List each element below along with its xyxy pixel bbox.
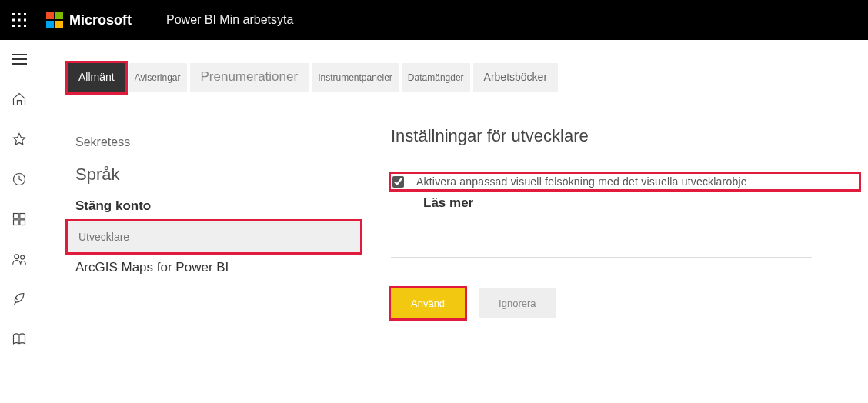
nav-home[interactable] <box>0 88 38 111</box>
tab-subscriptions[interactable]: Prenumerationer <box>190 63 309 92</box>
settings-tabs: Allmänt Aviseringar Prenumerationer Inst… <box>68 63 868 92</box>
nav-favorites[interactable] <box>0 128 38 151</box>
svg-rect-10 <box>13 214 18 219</box>
menu-toggle-button[interactable] <box>0 48 38 71</box>
svg-point-15 <box>20 255 24 259</box>
app-title: Power BI Min arbetsyta <box>159 13 293 27</box>
app-grid-icon <box>12 211 27 227</box>
section-developer[interactable]: Utvecklare <box>68 221 360 252</box>
section-language-heading: Språk <box>68 158 360 191</box>
svg-rect-5 <box>24 19 26 22</box>
app-launcher-icon[interactable] <box>0 0 38 40</box>
section-arcgis[interactable]: ArcGIS Maps for Power BI <box>68 252 360 283</box>
enable-custom-visual-debug-label: Aktivera anpassad visuell felsökning med… <box>416 175 747 188</box>
brand-text: Microsoft <box>69 12 132 28</box>
svg-rect-7 <box>18 25 21 27</box>
svg-rect-1 <box>18 13 21 15</box>
nav-workspaces[interactable] <box>0 288 38 311</box>
left-nav-rail <box>0 40 38 403</box>
learn-more-link[interactable]: Läs mer <box>423 195 859 211</box>
apply-button[interactable]: Använd <box>391 288 465 318</box>
hamburger-icon <box>12 54 27 65</box>
enable-custom-visual-debug-row: Aktivera anpassad visuell felsökning med… <box>391 174 859 189</box>
developer-settings-panel: Inställningar för utvecklare Aktivera an… <box>391 126 868 318</box>
microsoft-brand[interactable]: Microsoft <box>38 0 145 40</box>
divider <box>391 257 812 258</box>
main-content: Allmänt Aviseringar Prenumerationer Inst… <box>38 40 868 403</box>
divider <box>152 9 152 31</box>
tab-dashboards[interactable]: Instrumentpaneler <box>312 63 399 92</box>
clock-icon <box>12 172 27 187</box>
tab-datasets[interactable]: Datamängder <box>402 63 470 92</box>
svg-rect-0 <box>12 13 15 15</box>
svg-rect-13 <box>19 220 25 225</box>
section-privacy[interactable]: Sekretess <box>68 126 360 158</box>
tab-general[interactable]: Allmänt <box>68 63 125 92</box>
svg-rect-11 <box>19 214 25 219</box>
svg-rect-6 <box>12 25 15 27</box>
tab-alerts[interactable]: Aviseringar <box>129 63 187 92</box>
microsoft-logo-icon <box>46 12 63 28</box>
settings-section-list: Sekretess Språk Stäng konto Utvecklare A… <box>68 126 391 318</box>
action-buttons: Använd Ignorera <box>391 288 859 318</box>
discard-button[interactable]: Ignorera <box>479 288 556 318</box>
book-icon <box>12 331 27 347</box>
svg-rect-8 <box>24 25 26 27</box>
enable-custom-visual-debug-checkbox[interactable] <box>392 176 404 188</box>
rocket-icon <box>12 291 27 307</box>
section-close-account[interactable]: Stäng konto <box>68 191 360 221</box>
global-header: Microsoft Power BI Min arbetsyta <box>0 0 868 40</box>
nav-apps[interactable] <box>0 208 38 231</box>
people-icon <box>12 251 27 267</box>
svg-rect-3 <box>12 19 15 22</box>
nav-shared[interactable] <box>0 248 38 271</box>
svg-rect-2 <box>24 13 26 15</box>
home-icon <box>12 92 27 107</box>
svg-rect-12 <box>13 220 18 225</box>
nav-learn[interactable] <box>0 328 38 351</box>
star-icon <box>12 132 27 147</box>
panel-title: Inställningar för utvecklare <box>391 126 859 146</box>
tab-workbooks[interactable]: Arbetsböcker <box>473 63 558 92</box>
svg-rect-4 <box>18 19 21 22</box>
svg-point-14 <box>14 255 18 259</box>
nav-recent[interactable] <box>0 168 38 191</box>
